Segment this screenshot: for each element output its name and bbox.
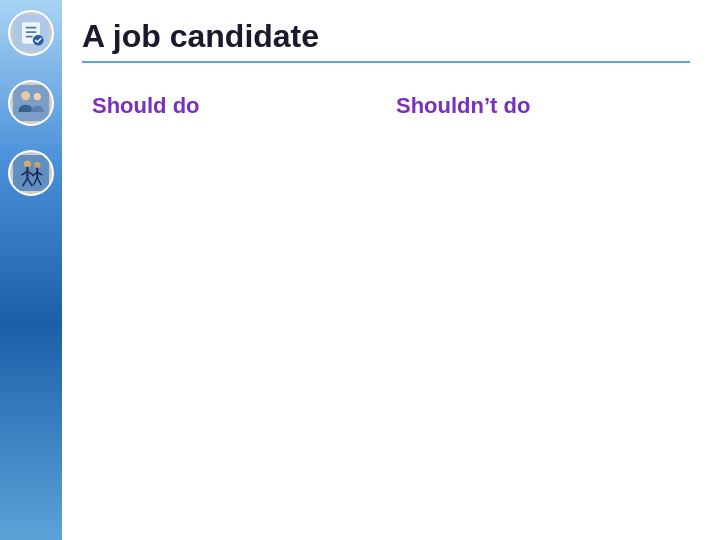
page-title: A job candidate [82,18,690,55]
should-do-label: Should do [92,93,376,119]
columns-container: Should do Shouldn’t do [82,93,690,135]
shouldnt-do-column: Shouldn’t do [386,93,690,135]
should-do-column: Should do [82,93,386,135]
circle-image-1 [8,10,54,56]
main-content: A job candidate Should do Shouldn’t do [62,0,720,540]
circle-image-2 [8,80,54,126]
svg-point-8 [34,93,41,100]
svg-rect-3 [26,31,37,33]
circle-image-3 [8,150,54,196]
svg-rect-4 [26,36,33,38]
svg-point-7 [21,91,30,100]
svg-rect-6 [13,85,49,121]
svg-point-16 [34,162,40,168]
shouldnt-do-label: Shouldn’t do [396,93,680,119]
svg-rect-2 [26,27,37,29]
left-decorative-bar [0,0,62,540]
title-divider [82,61,690,63]
